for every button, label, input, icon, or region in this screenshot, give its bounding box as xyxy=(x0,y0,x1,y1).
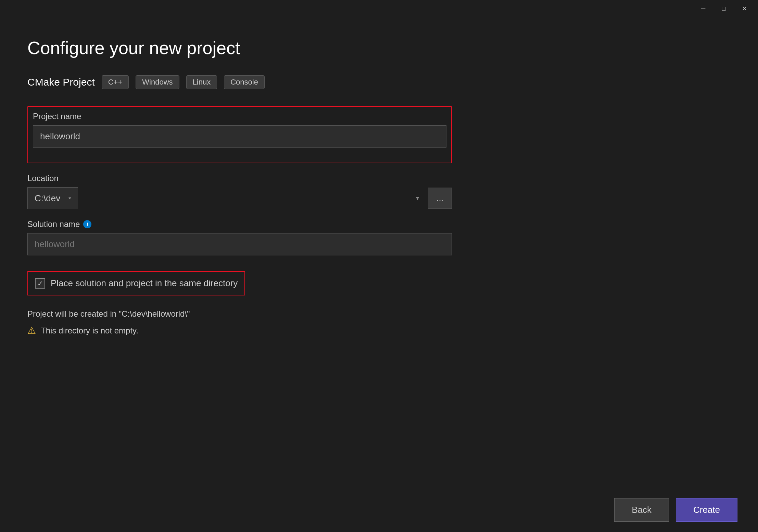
same-directory-label: Place solution and project in the same d… xyxy=(51,278,238,289)
solution-name-section: Solution name i xyxy=(27,219,452,255)
tag-windows: Windows xyxy=(136,75,179,89)
page-title: Configure your new project xyxy=(27,38,452,58)
warning-row: ⚠ This directory is not empty. xyxy=(27,325,452,336)
project-type-label: CMake Project xyxy=(27,76,95,88)
titlebar: ─ □ ✕ xyxy=(0,0,758,17)
same-directory-checkbox[interactable] xyxy=(35,278,45,289)
main-content: Configure your new project CMake Project… xyxy=(0,17,479,357)
solution-name-label: Solution name i xyxy=(27,219,452,229)
location-section: Location C:\dev ▾ ... xyxy=(27,174,452,209)
project-name-section: Project name xyxy=(27,106,452,163)
warning-text: This directory is not empty. xyxy=(41,326,138,335)
project-path-info: Project will be created in "C:\dev\hello… xyxy=(27,309,452,319)
project-name-label: Project name xyxy=(33,112,446,121)
location-label: Location xyxy=(27,174,452,183)
create-button[interactable]: Create xyxy=(676,498,737,522)
maximize-button[interactable]: □ xyxy=(713,2,734,15)
project-name-form: Project name xyxy=(33,112,446,148)
bottom-bar: Back Create xyxy=(0,488,758,532)
project-type-row: CMake Project C++ Windows Linux Console xyxy=(27,75,452,89)
tag-linux: Linux xyxy=(186,75,217,89)
dropdown-arrow-icon: ▾ xyxy=(416,194,419,202)
browse-button[interactable]: ... xyxy=(428,188,452,209)
location-wrapper: C:\dev ▾ xyxy=(27,187,425,209)
info-icon[interactable]: i xyxy=(83,220,91,228)
back-button[interactable]: Back xyxy=(614,498,669,522)
minimize-button[interactable]: ─ xyxy=(693,2,713,15)
solution-name-input[interactable] xyxy=(27,233,452,255)
close-button[interactable]: ✕ xyxy=(734,2,755,15)
warning-icon: ⚠ xyxy=(27,325,36,336)
project-name-input[interactable] xyxy=(33,125,446,148)
tag-console: Console xyxy=(224,75,265,89)
location-row: C:\dev ▾ ... xyxy=(27,187,452,209)
same-directory-section: Place solution and project in the same d… xyxy=(27,271,245,295)
location-select[interactable]: C:\dev xyxy=(27,187,78,209)
tag-cpp: C++ xyxy=(102,75,129,89)
